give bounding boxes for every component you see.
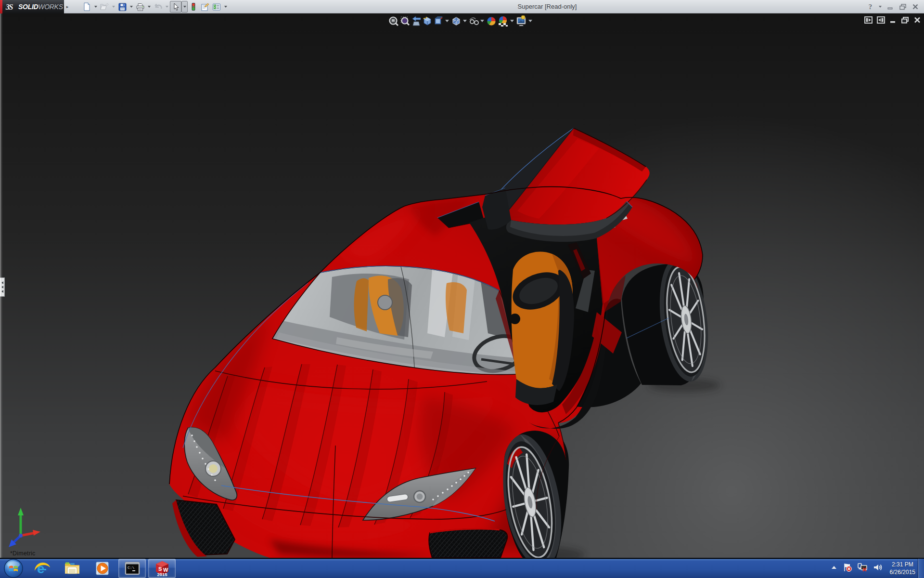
minimize-document[interactable] (889, 17, 897, 24)
zoom-to-area-button[interactable] (401, 17, 409, 25)
save-dropdown[interactable] (128, 1, 134, 13)
headsup-view-toolbar (388, 15, 542, 30)
view-orientation-dropdown[interactable] (445, 20, 449, 22)
svg-text:3S: 3S (5, 3, 13, 11)
taskbar-windows-explorer[interactable] (60, 559, 85, 578)
close-button[interactable] (911, 2, 920, 11)
taskbar-solidworks-2015[interactable]: S W 2015 (148, 559, 176, 578)
solidworks-application-window: 3S SOLIDWORKS ▸ (0, 0, 924, 578)
supercar-3d-model (0, 13, 924, 558)
hide-show-items-button[interactable] (470, 18, 478, 25)
print-dropdown[interactable] (146, 1, 152, 13)
svg-text:C:\: C:\ (128, 565, 135, 570)
volume-icon[interactable] (873, 563, 883, 574)
display-style-button[interactable] (453, 17, 460, 25)
help-button[interactable]: ? (865, 2, 875, 11)
show-desktop-button[interactable] (918, 559, 924, 578)
title-bar: 3S SOLIDWORKS ▸ (0, 0, 924, 13)
view-orientation-label: *Dimetric (10, 550, 36, 557)
feature-tree-collapsed-tab[interactable] (0, 277, 5, 297)
menu-flyout-arrow[interactable]: ▸ (64, 3, 70, 11)
options-button[interactable] (211, 1, 222, 13)
svg-text:S: S (158, 566, 162, 572)
viewport-left-edge (0, 13, 0, 558)
taskbar-internet-explorer[interactable]: e (30, 559, 55, 578)
clock-time: 2:31 PM (890, 561, 915, 568)
pane-right-toggle[interactable] (877, 16, 885, 24)
view-settings-button[interactable] (517, 15, 526, 26)
titlebar-controls: ? (865, 0, 920, 13)
dropdown-arrow-icon (183, 6, 186, 8)
file-properties-button[interactable] (199, 1, 211, 13)
apply-scene-button[interactable] (499, 16, 508, 26)
svg-text:?: ? (868, 3, 872, 11)
network-status-icon[interactable] (857, 563, 868, 574)
start-button[interactable] (1, 559, 26, 578)
taskbar-media-player[interactable] (90, 559, 115, 578)
windows-taskbar: e (0, 558, 924, 578)
print-button[interactable] (134, 1, 146, 13)
close-document[interactable] (913, 16, 921, 24)
show-hidden-icons[interactable] (830, 564, 838, 573)
quick-access-toolbar (81, 1, 229, 13)
svg-text:2015: 2015 (157, 572, 167, 577)
zoom-to-fit-button[interactable] (390, 17, 398, 26)
action-center-icon[interactable] (843, 563, 852, 574)
open-document-dropdown[interactable] (110, 1, 116, 13)
view-orientation-button[interactable] (435, 16, 443, 24)
select-dropdown[interactable] (181, 1, 188, 13)
new-document-dropdown[interactable] (92, 1, 99, 13)
edit-appearance-button[interactable] (487, 17, 496, 26)
solidworks-logo: 3S SOLIDWORKS (2, 0, 64, 13)
center-intake (429, 529, 507, 558)
previous-view-button[interactable] (412, 16, 421, 26)
options-dropdown[interactable] (222, 1, 229, 13)
restore-document[interactable] (901, 16, 909, 24)
section-view-button[interactable] (424, 17, 431, 25)
undo-button[interactable] (152, 1, 164, 13)
select-button[interactable] (170, 1, 181, 13)
dropdown-arrow-icon (130, 6, 133, 8)
minimize-button[interactable] (886, 2, 895, 11)
pane-left-toggle[interactable] (864, 16, 873, 24)
undo-dropdown[interactable] (164, 1, 170, 13)
new-document-button[interactable] (81, 1, 92, 13)
help-dropdown[interactable] (878, 2, 883, 11)
dropdown-arrow-icon (112, 6, 115, 8)
graphics-viewport[interactable]: *Dimetric (0, 13, 924, 558)
save-button[interactable] (116, 1, 128, 13)
window-title: Supercar [Read-only] (518, 0, 577, 13)
system-tray: 2:31 PM 6/26/2015 (830, 559, 915, 578)
taskbar-clock[interactable]: 2:31 PM 6/26/2015 (890, 561, 915, 576)
dassault-3s-icon: 3S (5, 2, 17, 12)
view-settings-dropdown[interactable] (528, 20, 532, 22)
document-window-controls (864, 16, 921, 24)
display-style-dropdown[interactable] (463, 20, 467, 22)
dropdown-arrow-icon (148, 6, 151, 8)
viewport-left-edge-inner (1, 13, 2, 558)
hide-show-items-dropdown[interactable] (480, 20, 484, 22)
dropdown-arrow-icon (166, 6, 168, 8)
restore-button[interactable] (898, 2, 908, 11)
apply-scene-dropdown[interactable] (510, 20, 514, 22)
solidworks-wordmark: SOLIDWORKS (18, 3, 63, 11)
rebuild-button[interactable] (188, 1, 199, 13)
dropdown-arrow-icon (94, 6, 97, 8)
open-document-button[interactable] (99, 1, 110, 13)
clock-date: 6/26/2015 (890, 568, 915, 576)
dropdown-arrow-icon (224, 6, 227, 8)
taskbar-command-prompt[interactable]: C:\ (118, 559, 146, 578)
